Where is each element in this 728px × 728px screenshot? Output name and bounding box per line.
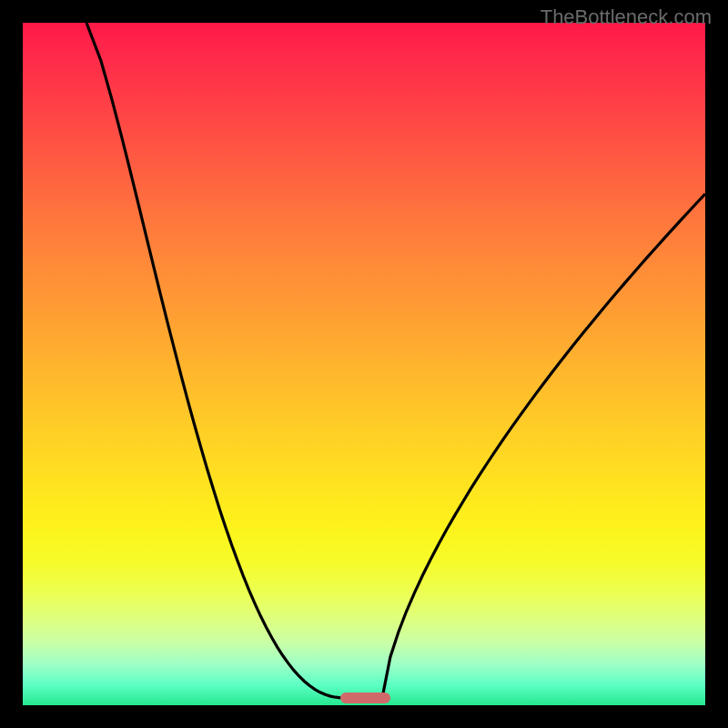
watermark-text: TheBottleneck.com — [541, 5, 712, 29]
left-bottleneck-curve — [86, 23, 346, 698]
optimal-range-marker — [340, 693, 390, 703]
right-bottleneck-curve — [382, 194, 705, 698]
bottleneck-plot — [23, 23, 705, 705]
curve-overlay — [23, 23, 705, 705]
